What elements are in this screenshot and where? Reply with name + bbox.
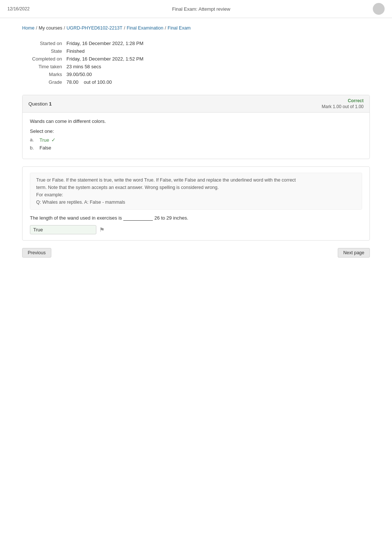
started-on-value: Friday, 16 December 2022, 1:28 PM — [66, 39, 149, 47]
grade-out-of: out of 100.00 — [84, 79, 112, 85]
grade-label: Grade — [22, 78, 66, 86]
instructions-for-example: For example: — [36, 192, 356, 197]
completed-on-value: Friday, 16 December 2022, 1:52 PM — [66, 55, 149, 63]
grade-value-cell: 78.00 out of 100.00 — [66, 78, 149, 86]
question-1-block: Question 1 Correct Mark 1.00 out of 1.00… — [22, 95, 370, 159]
nav-buttons: Previous Next page — [22, 248, 370, 258]
top-bar: 12/16/2022 Final Exam: Attempt review — [0, 0, 392, 18]
answer-option-a: a. True ✓ — [30, 137, 362, 143]
question-1-text: Wands can come in different colors. — [30, 118, 362, 124]
answer-option-b: b. False — [30, 145, 362, 151]
breadcrumb-sep-3: / — [124, 25, 125, 31]
marks-label: Marks — [22, 70, 66, 78]
fill-blank-sentence: The length of the wand used in exercises… — [30, 215, 362, 221]
time-taken-label: Time taken — [22, 63, 66, 70]
sentence-part-1: The length of the wand used in exercises… — [30, 215, 122, 221]
answer-input-row: True ⚑ — [30, 225, 362, 234]
instructions-line-1: True or False. If the statement is true,… — [36, 177, 356, 183]
flag-icon[interactable]: ⚑ — [99, 226, 104, 233]
breadcrumb-sep-4: / — [165, 25, 166, 31]
prev-button[interactable]: Previous — [22, 248, 51, 258]
question-1-mark: Mark 1.00 out of 1.00 — [322, 104, 364, 109]
top-bar-date: 12/16/2022 — [7, 6, 30, 11]
blank-value: 26 to 29 inches. — [154, 215, 188, 221]
check-icon: ✓ — [51, 137, 56, 143]
answer-letter-a: a. — [30, 137, 37, 142]
breadcrumb-course[interactable]: UGRD-PHYED6102-2213T — [66, 25, 122, 31]
instructions-box: True or False. If the statement is true,… — [30, 173, 362, 210]
next-button[interactable]: Next page — [338, 248, 370, 258]
instructions-example-qa: Q: Whales are reptiles. A: False - mamma… — [36, 200, 356, 205]
breadcrumb-home[interactable]: Home — [22, 25, 34, 31]
select-one-label: Select one: — [30, 128, 362, 134]
question-1-body: Wands can come in different colors. Sele… — [23, 113, 369, 159]
blank-underline — [123, 215, 153, 221]
time-taken-value: 23 mins 58 secs — [66, 63, 149, 70]
breadcrumb-mycourses: My courses — [39, 25, 62, 31]
grade-value: 78.00 — [66, 79, 79, 85]
breadcrumb-final-exam[interactable]: Final Exam — [168, 25, 191, 31]
answer-text-b: False — [39, 145, 51, 151]
breadcrumb-sep-2: / — [64, 25, 65, 31]
question-1-status: Correct — [348, 98, 364, 103]
state-value: Finished — [66, 47, 149, 55]
question-1-number: Question 1 — [28, 101, 52, 107]
answer-text-a: True ✓ — [39, 137, 56, 143]
state-label: State — [22, 47, 66, 55]
avatar[interactable] — [373, 3, 385, 15]
breadcrumb-final-examination[interactable]: Final Examination — [127, 25, 163, 31]
breadcrumb-sep-1: / — [36, 25, 37, 31]
answer-input-box[interactable]: True — [30, 225, 96, 234]
question-2-block: True or False. If the statement is true,… — [22, 166, 370, 241]
breadcrumb: Home / My courses / UGRD-PHYED6102-2213T… — [22, 25, 370, 31]
instructions-line-2: term. Note that the system accepts an ex… — [36, 185, 356, 190]
started-on-label: Started on — [22, 39, 66, 47]
completed-on-label: Completed on — [22, 55, 66, 63]
marks-value: 39.00/50.00 — [66, 70, 149, 78]
answer-letter-b: b. — [30, 145, 37, 151]
main-content: Home / My courses / UGRD-PHYED6102-2213T… — [0, 18, 392, 265]
attempt-info-table: Started on Friday, 16 December 2022, 1:2… — [22, 39, 370, 86]
top-bar-title: Final Exam: Attempt review — [172, 6, 230, 12]
question-2-body: True or False. If the statement is true,… — [23, 167, 369, 240]
question-1-header: Question 1 Correct Mark 1.00 out of 1.00 — [23, 95, 369, 113]
